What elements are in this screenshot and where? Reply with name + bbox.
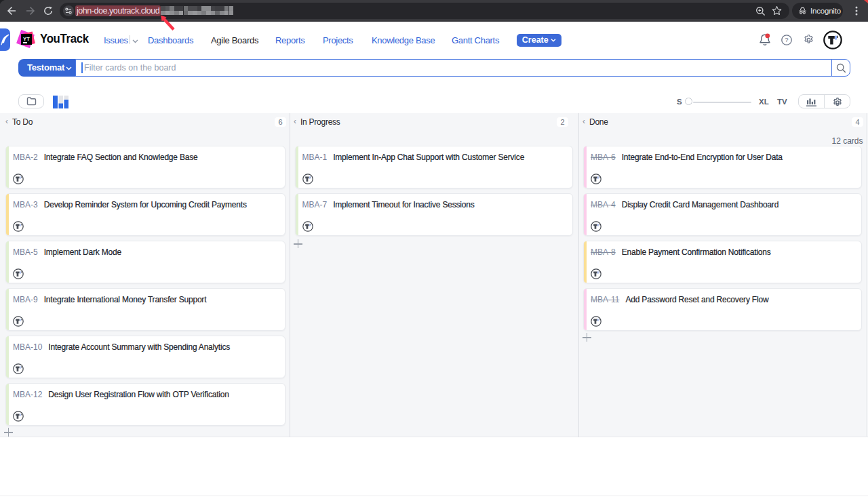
svg-text:?: ?	[785, 36, 788, 43]
